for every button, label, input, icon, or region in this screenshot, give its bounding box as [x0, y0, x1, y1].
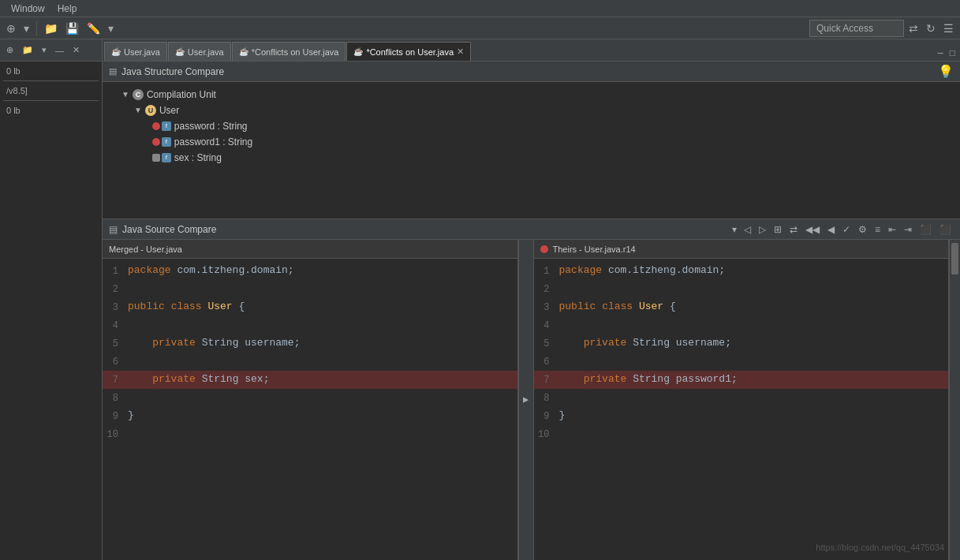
structure-tree: ▼ C Compilation Unit ▼ U User	[103, 82, 960, 170]
merged-line-5: 5 private String username;	[103, 334, 517, 353]
toolbar-new-btn[interactable]: ⊕	[3, 21, 19, 36]
tree-icon-sex-wrap: f	[152, 153, 171, 162]
tree-icon-pw-dot	[152, 122, 160, 130]
theirs-linenum-10: 10	[534, 425, 556, 443]
tree-sex[interactable]: f sex : String	[109, 150, 954, 166]
src-btn-m1[interactable]: ⇤	[886, 223, 898, 236]
theirs-linenum-8: 8	[534, 389, 556, 407]
tree-label-cu: Compilation Unit	[147, 87, 216, 103]
theirs-linecode-2	[556, 280, 949, 298]
sidebar-btn-close[interactable]: ✕	[69, 43, 83, 57]
tree-arrow-sex	[147, 150, 149, 166]
tree-user[interactable]: ▼ U User	[109, 103, 954, 118]
source-panel-title: Java Source Compare	[122, 224, 727, 235]
src-btn-accept[interactable]: ✓	[840, 223, 853, 236]
scrollbar-track[interactable]	[949, 240, 960, 560]
toolbar-open-btn[interactable]: 📁	[41, 21, 61, 36]
tree-arrow-cu: ▼	[121, 87, 129, 103]
toolbar-save-btn[interactable]: 💾	[62, 21, 82, 36]
src-btn-m3[interactable]: ⬛	[917, 223, 934, 236]
tab-close-btn[interactable]: ✕	[457, 47, 464, 57]
src-btn-sync[interactable]: ⇄	[787, 223, 800, 236]
merged-line-4: 4	[103, 316, 517, 334]
merged-pane-header: Merged - User.java	[103, 240, 517, 259]
merged-linecode-9: }	[125, 407, 517, 425]
tab-maximize-btn[interactable]: □	[948, 47, 957, 61]
theirs-linecode-4	[556, 316, 949, 334]
toolbar-extra-btn[interactable]: ☰	[940, 21, 957, 36]
editor-content: ▤ Java Structure Compare 💡 ▼ C Compilati…	[103, 62, 960, 560]
merged-linenum-3: 3	[103, 298, 125, 316]
merged-linenum-7: 7	[103, 371, 125, 389]
src-btn-more[interactable]: ≡	[872, 223, 883, 236]
menu-help[interactable]: Help	[51, 3, 84, 14]
tree-password1[interactable]: f password1 : String	[109, 134, 954, 150]
tree-label-user: User	[159, 103, 179, 118]
tab-label-1: User.java	[124, 47, 160, 57]
src-btn-nav-right[interactable]: ▷	[756, 223, 768, 236]
theirs-linecode-7: private String password1;	[556, 371, 949, 389]
src-btn-m4[interactable]: ⬛	[937, 223, 954, 236]
theirs-line-7: 7 private String password1;	[534, 371, 949, 389]
toolbar-pencil-btn[interactable]: ✏️	[84, 21, 103, 36]
tab-user-java-1[interactable]: ☕ User.java	[104, 42, 167, 61]
sidebar-label-lb2: 0 lb	[3, 104, 99, 117]
merged-linenum-2: 2	[103, 280, 125, 298]
merged-code[interactable]: 1 package com.itzheng.domain; 2 3 public…	[103, 259, 517, 560]
sidebar-sep	[3, 80, 99, 81]
sidebar-btn-dropdown[interactable]: ▾	[39, 43, 50, 57]
theirs-linenum-4: 4	[534, 316, 556, 334]
src-btn-merge-all[interactable]: ◀	[825, 223, 837, 236]
tab-bar: ☕ User.java ☕ User.java ☕ *Conflicts on …	[103, 39, 960, 62]
structure-panel: ▤ Java Structure Compare 💡 ▼ C Compilati…	[103, 62, 960, 219]
theirs-linenum-3: 3	[534, 298, 556, 316]
theirs-linecode-3: public class User {	[556, 298, 949, 316]
src-btn-nav-left[interactable]: ◁	[741, 223, 753, 236]
tab-conflicts-1[interactable]: ☕ *Conflicts on User.java	[232, 42, 346, 61]
merged-line-10: 10	[103, 425, 517, 443]
merged-line-6: 6	[103, 353, 517, 371]
merged-pane: Merged - User.java 1 package com.itzheng…	[103, 240, 518, 560]
editor-area: ☕ User.java ☕ User.java ☕ *Conflicts on …	[103, 39, 960, 560]
sidebar-btn-2[interactable]: 📁	[19, 43, 36, 57]
toolbar-pencil-drop-btn[interactable]: ▾	[105, 21, 117, 36]
tab-conflicts-2[interactable]: ☕ *Conflicts on User.java ✕	[346, 42, 471, 61]
toolbar-dropdown-btn[interactable]: ▾	[21, 21, 32, 36]
tab-user-java-2[interactable]: ☕ User.java	[168, 42, 231, 61]
merge-divider: ◀	[518, 240, 534, 560]
merged-linenum-4: 4	[103, 316, 125, 334]
tab-minimize-btn[interactable]: —	[936, 47, 945, 61]
tree-compilation-unit[interactable]: ▼ C Compilation Unit	[109, 87, 954, 103]
tree-icon-pw-wrap: f	[152, 121, 171, 131]
src-btn-merge-left[interactable]: ◀◀	[803, 223, 822, 236]
menu-window[interactable]: Window	[5, 3, 51, 14]
tree-password[interactable]: f password : String	[109, 118, 954, 134]
tab-label-4: *Conflicts on User.java	[366, 47, 454, 57]
sidebar-btn-minus[interactable]: —	[52, 44, 67, 57]
tree-icon-pw1-wrap: f	[152, 137, 171, 147]
toolbar-compare-btn[interactable]: ⇄	[906, 21, 921, 36]
theirs-line-1: 1 package com.itzheng.domain;	[534, 262, 949, 280]
src-btn-settings[interactable]: ⚙	[856, 223, 869, 236]
theirs-pane-header: Theirs - User.java.r14	[534, 240, 949, 259]
src-btn-cols[interactable]: ⊞	[771, 223, 784, 236]
toolbar-sync-btn[interactable]: ↻	[923, 21, 939, 36]
sidebar-content: 0 lb /v8.5] 0 lb	[0, 62, 102, 560]
merged-linecode-3: public class User {	[125, 298, 517, 316]
merge-arrow-btn[interactable]: ◀	[523, 394, 529, 406]
source-panel-dropdown[interactable]: ▾	[732, 224, 737, 235]
merged-linecode-7: private String sex;	[125, 371, 517, 389]
merged-linecode-4	[125, 316, 517, 334]
theirs-linenum-1: 1	[534, 262, 556, 280]
scrollbar-thumb[interactable]	[951, 243, 958, 274]
src-btn-m2[interactable]: ⇥	[902, 223, 914, 236]
sidebar-btn-1[interactable]: ⊕	[3, 43, 17, 57]
merged-line-2: 2	[103, 280, 517, 298]
quick-access-box[interactable]: Quick Access	[809, 20, 904, 37]
code-panes: Merged - User.java 1 package com.itzheng…	[103, 240, 960, 560]
theirs-code[interactable]: 1 package com.itzheng.domain; 2 3 public…	[534, 259, 949, 560]
merged-line-9: 9 }	[103, 407, 517, 425]
theirs-line-2: 2	[534, 280, 949, 298]
structure-panel-title: Java Structure Compare	[121, 66, 933, 77]
theirs-conflict-dot	[540, 245, 548, 253]
